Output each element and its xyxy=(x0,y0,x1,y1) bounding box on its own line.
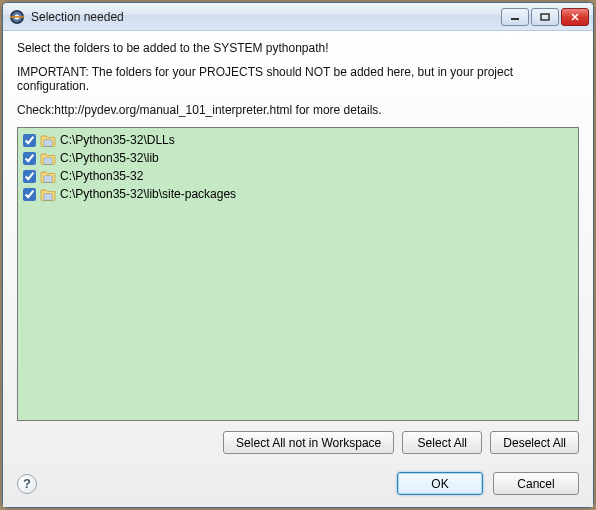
folder-path-label: C:\Python35-32 xyxy=(60,169,143,183)
folder-checkbox[interactable] xyxy=(23,152,36,165)
window-controls xyxy=(501,8,589,26)
svg-rect-3 xyxy=(10,16,24,18)
list-item[interactable]: C:\Python35-32\DLLs xyxy=(22,131,574,149)
svg-rect-9 xyxy=(44,194,52,200)
maximize-button[interactable] xyxy=(531,8,559,26)
dialog-content: Select the folders to be added to the SY… xyxy=(3,31,593,507)
folder-path-label: C:\Python35-32\lib xyxy=(60,151,159,165)
select-all-button[interactable]: Select All xyxy=(402,431,482,454)
select-all-not-in-workspace-button[interactable]: Select All not in Workspace xyxy=(223,431,394,454)
minimize-button[interactable] xyxy=(501,8,529,26)
window-title: Selection needed xyxy=(31,10,501,24)
folder-path-label: C:\Python35-32\lib\site-packages xyxy=(60,187,236,201)
folder-checkbox[interactable] xyxy=(23,170,36,183)
selection-buttons-row: Select All not in Workspace Select All D… xyxy=(17,431,579,454)
folder-list[interactable]: C:\Python35-32\DLLs C:\Python35-32\lib C… xyxy=(17,127,579,421)
list-item[interactable]: C:\Python35-32\lib\site-packages xyxy=(22,185,574,203)
close-button[interactable] xyxy=(561,8,589,26)
cancel-button[interactable]: Cancel xyxy=(493,472,579,495)
message-line-1: Select the folders to be added to the SY… xyxy=(17,41,579,55)
folder-path-label: C:\Python35-32\DLLs xyxy=(60,133,175,147)
titlebar[interactable]: Selection needed xyxy=(3,3,593,31)
dialog-footer: ? OK Cancel xyxy=(17,472,579,495)
svg-rect-6 xyxy=(44,140,52,146)
folder-icon xyxy=(40,150,56,166)
deselect-all-button[interactable]: Deselect All xyxy=(490,431,579,454)
help-icon[interactable]: ? xyxy=(17,474,37,494)
svg-rect-4 xyxy=(511,18,519,20)
folder-icon xyxy=(40,186,56,202)
folder-checkbox[interactable] xyxy=(23,188,36,201)
list-item[interactable]: C:\Python35-32\lib xyxy=(22,149,574,167)
footer-buttons: OK Cancel xyxy=(397,472,579,495)
message-line-3: Check:http://pydev.org/manual_101_interp… xyxy=(17,103,579,117)
folder-icon xyxy=(40,132,56,148)
svg-rect-7 xyxy=(44,158,52,164)
svg-rect-5 xyxy=(541,14,549,20)
folder-icon xyxy=(40,168,56,184)
dialog-window: Selection needed Select the folders to b… xyxy=(2,2,594,508)
message-line-2: IMPORTANT: The folders for your PROJECTS… xyxy=(17,65,579,93)
folder-checkbox[interactable] xyxy=(23,134,36,147)
ok-button[interactable]: OK xyxy=(397,472,483,495)
list-item[interactable]: C:\Python35-32 xyxy=(22,167,574,185)
app-icon xyxy=(9,9,25,25)
svg-rect-8 xyxy=(44,176,52,182)
